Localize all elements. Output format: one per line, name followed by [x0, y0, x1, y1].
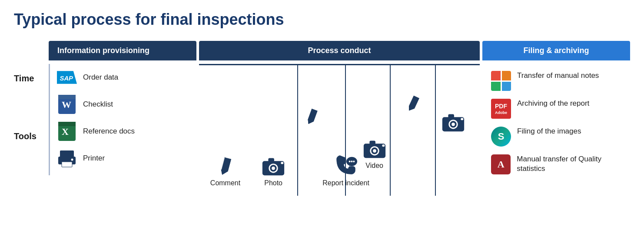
office365-label: Transfer of manual notes	[517, 71, 599, 80]
sap-label: Order data	[83, 73, 118, 82]
info-tools-panel: SAP Order data W Checklist	[49, 64, 196, 175]
diagram: Typical process for final inspections In…	[14, 10, 630, 203]
sap-icon: SAP	[57, 67, 77, 87]
svg-rect-34	[448, 114, 454, 118]
svg-rect-7	[58, 122, 76, 126]
svg-point-33	[451, 123, 455, 126]
header-info: Information provisioning	[49, 41, 196, 60]
process-items: Comment Photo	[199, 65, 480, 196]
comment-item: Comment	[210, 157, 240, 187]
list-item: X Reference docs	[57, 121, 196, 141]
svg-rect-29	[382, 144, 385, 147]
time-label: Time	[14, 69, 49, 84]
sharepoint-label: Filing of the images	[517, 127, 581, 136]
svg-point-17	[272, 167, 275, 170]
video-item: Video	[362, 137, 387, 170]
office365-icon	[491, 71, 511, 91]
comment-label: Comment	[210, 179, 240, 187]
svg-rect-4	[58, 95, 76, 99]
excel-label: Reference docs	[83, 127, 135, 136]
tools-label: Tools	[14, 127, 49, 141]
video-label: Video	[365, 162, 383, 170]
list-item: SAP Order data	[57, 67, 196, 87]
svg-rect-18	[269, 158, 275, 162]
svg-rect-19	[281, 162, 284, 164]
svg-rect-11	[62, 162, 72, 167]
printer-icon	[57, 148, 77, 168]
access-label: Manual transfer of Quality statistics	[517, 154, 630, 174]
pdf-icon: PDF Adobe	[491, 99, 511, 119]
photo-item: Photo	[261, 155, 286, 187]
header-filing: Filing & archiving	[482, 41, 630, 60]
printer-label: Printer	[83, 154, 105, 163]
word-icon: W	[57, 94, 77, 114]
header-process: Process conduct	[199, 41, 480, 60]
excel-icon: X	[57, 121, 77, 141]
list-item: Printer	[57, 148, 196, 168]
camera2-item	[441, 111, 466, 133]
list-item: W Checklist	[57, 94, 196, 114]
svg-point-22	[351, 160, 353, 162]
pdf-label: Archiving of the report	[517, 99, 589, 108]
svg-point-12	[71, 159, 73, 161]
list-item: PDF Adobe Archiving of the report	[491, 99, 630, 119]
svg-text:SAP: SAP	[60, 75, 73, 82]
list-item: A Manual transfer of Quality statistics	[491, 154, 630, 174]
svg-point-23	[353, 160, 355, 162]
svg-rect-28	[369, 141, 375, 145]
pen2-item	[303, 108, 321, 126]
word-label: Checklist	[83, 100, 113, 109]
page-title: Typical process for final inspections	[14, 10, 630, 29]
report-incident-label: Report incident	[322, 179, 369, 187]
photo-label: Photo	[264, 179, 282, 187]
svg-point-21	[349, 160, 351, 162]
svg-text:X: X	[62, 126, 69, 137]
svg-rect-35	[461, 118, 463, 120]
list-item: Transfer of manual notes	[491, 71, 630, 91]
pen3-item	[404, 95, 422, 113]
access-icon: A	[491, 154, 511, 174]
filing-tools-panel: Transfer of manual notes PDF Adobe Archi…	[482, 64, 630, 182]
svg-point-27	[373, 149, 376, 153]
sharepoint-icon: S	[491, 127, 511, 147]
svg-text:W: W	[62, 99, 71, 110]
list-item: S Filing of the images	[491, 127, 630, 147]
